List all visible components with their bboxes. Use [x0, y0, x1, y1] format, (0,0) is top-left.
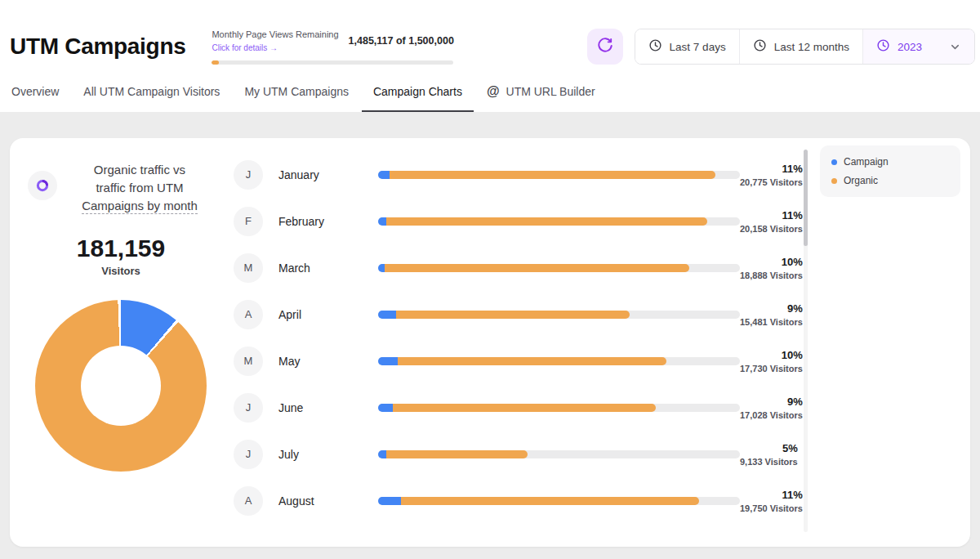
campaign-percentage: 9%	[740, 302, 803, 315]
quota-progress-fill	[212, 60, 219, 65]
month-bar	[378, 357, 740, 365]
month-row: M May 10% 17,730 Visitors	[234, 338, 808, 384]
total-visitors-value: 181,159	[28, 235, 214, 262]
filter-last-7-days[interactable]: Last 7 days	[635, 29, 739, 64]
filter-last-12-months[interactable]: Last 12 months	[739, 29, 862, 64]
campaign-bar-segment	[378, 171, 390, 179]
month-visitors: 18,888 Visitors	[740, 271, 803, 280]
month-label: July	[278, 448, 378, 461]
utm-builder-icon: @	[487, 85, 500, 98]
months-list: J January 11% 20,775 Visitors F February…	[234, 151, 808, 524]
month-label: March	[278, 262, 378, 275]
month-visitors: 20,158 Visitors	[740, 224, 803, 234]
campaign-percentage: 11%	[740, 209, 803, 221]
campaign-bar-segment	[378, 264, 385, 272]
month-bar	[378, 217, 740, 226]
campaign-percentage: 11%	[740, 489, 803, 501]
month-bar	[378, 171, 740, 179]
month-row: A August 11% 19,750 Visitors	[234, 477, 808, 524]
tab-bar: Overview All UTM Campaign Visitors My UT…	[10, 77, 980, 112]
donut-chart-icon	[28, 171, 57, 200]
quota-value: 1,485,117 of 1,500,000	[349, 35, 454, 47]
refresh-button[interactable]	[587, 29, 623, 65]
month-visitors: 17,028 Visitors	[740, 410, 803, 420]
filter-year-2023[interactable]: 2023	[862, 29, 974, 64]
month-bar	[378, 264, 740, 272]
month-avatar: J	[234, 393, 263, 423]
header: UTM Campaigns Monthly Page Views Remaini…	[0, 0, 980, 112]
campaign-bar-segment	[378, 311, 396, 319]
tab-campaign-charts[interactable]: Campaign Charts	[373, 77, 462, 112]
month-label: April	[278, 308, 378, 321]
organic-bar-segment	[385, 264, 689, 272]
campaign-charts-card: Organic traffic vs traffic from UTM Camp…	[10, 138, 970, 547]
organic-bar-segment	[401, 497, 699, 505]
month-visitors: 15,481 Visitors	[740, 317, 803, 327]
month-label: June	[278, 401, 378, 414]
tab-all-utm-campaign-visitors[interactable]: All UTM Campaign Visitors	[83, 77, 220, 112]
month-label: January	[278, 168, 378, 181]
campaign-dot-icon	[831, 159, 837, 165]
organic-bar-segment	[398, 357, 666, 365]
chart-legend: Campaign Organic	[820, 145, 960, 197]
month-label: February	[278, 215, 378, 228]
legend-item-organic[interactable]: Organic	[831, 175, 949, 186]
quota-details-link[interactable]: Click for details →	[212, 43, 278, 52]
donut-chart	[35, 300, 207, 472]
month-visitors: 19,750 Visitors	[740, 503, 803, 513]
scrollbar-thumb[interactable]	[804, 150, 808, 246]
clock-icon	[648, 38, 662, 55]
page-views-quota: Monthly Page Views Remaining Click for d…	[212, 29, 453, 65]
chevron-down-icon[interactable]	[949, 41, 961, 53]
month-avatar: A	[234, 300, 263, 329]
organic-bar-segment	[386, 217, 707, 226]
month-row: F February 11% 20,158 Visitors	[234, 198, 808, 244]
month-avatar: J	[234, 440, 263, 469]
tab-my-utm-campaigns[interactable]: My UTM Campaigns	[244, 77, 349, 112]
campaign-percentage: 9%	[740, 396, 803, 408]
month-visitors: 17,730 Visitors	[740, 364, 803, 373]
total-visitors-label: Visitors	[28, 265, 214, 277]
month-bar	[378, 450, 740, 458]
campaign-bar-segment	[378, 497, 401, 505]
organic-bar-segment	[396, 311, 630, 319]
tab-overview[interactable]: Overview	[11, 77, 59, 112]
legend-item-campaign[interactable]: Campaign	[831, 156, 949, 168]
tab-utm-url-builder[interactable]: @ UTM URL Builder	[487, 77, 595, 112]
refresh-icon	[597, 38, 613, 56]
clock-icon	[753, 38, 767, 55]
month-visitors: 9,133 Visitors	[740, 457, 798, 467]
chart-title: Organic traffic vs traffic from UTM Camp…	[65, 161, 214, 215]
date-range-filter-group: Last 7 days Last 12 months 2023	[635, 29, 975, 65]
legend-column: Campaign Organic	[808, 138, 970, 547]
month-avatar: A	[234, 486, 263, 516]
month-label: May	[278, 355, 378, 368]
organic-bar-segment	[386, 450, 528, 458]
clock-icon	[876, 38, 890, 55]
month-row: M March 10% 18,888 Visitors	[234, 244, 808, 291]
campaign-bar-segment	[378, 217, 386, 226]
campaign-percentage: 11%	[740, 163, 803, 175]
month-bar	[378, 404, 740, 412]
scrollbar	[804, 150, 808, 532]
monthly-bars-panel: J January 11% 20,775 Visitors F February…	[224, 138, 808, 547]
month-avatar: M	[234, 253, 263, 283]
month-row: J June 9% 17,028 Visitors	[234, 384, 808, 431]
month-row: J July 5% 9,133 Visitors	[234, 431, 808, 477]
month-row: J January 11% 20,775 Visitors	[234, 151, 808, 198]
month-bar	[378, 497, 740, 505]
organic-bar-segment	[393, 404, 656, 412]
campaign-bar-segment	[378, 404, 393, 412]
quota-label: Monthly Page Views Remaining	[212, 29, 338, 39]
month-bar	[378, 311, 740, 319]
month-row: A April 9% 15,481 Visitors	[234, 291, 808, 338]
campaign-percentage: 5%	[740, 442, 798, 454]
organic-bar-segment	[390, 171, 715, 179]
month-avatar: J	[234, 160, 263, 190]
campaign-bar-segment	[378, 450, 386, 458]
month-avatar: F	[234, 207, 263, 236]
page-title: UTM Campaigns	[10, 34, 185, 60]
organic-dot-icon	[831, 178, 837, 184]
month-visitors: 20,775 Visitors	[740, 177, 803, 187]
month-avatar: M	[234, 347, 263, 376]
